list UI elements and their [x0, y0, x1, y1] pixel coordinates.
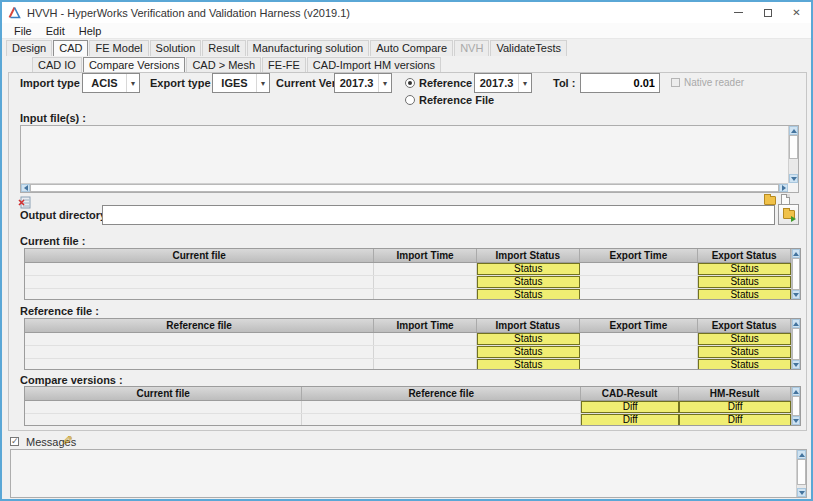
scroll-up-icon	[792, 249, 800, 258]
messages-log[interactable]	[10, 449, 807, 498]
subtab-fe-fe[interactable]: FE-FE	[262, 57, 306, 73]
input-files-hscrollbar[interactable]	[21, 183, 788, 192]
tab-auto-compare[interactable]: Auto Compare	[370, 40, 453, 56]
current-file-table: Current file Import Time Import Status E…	[24, 248, 801, 300]
chevron-down-icon: ▾	[518, 74, 531, 92]
export-status-button[interactable]: Status	[698, 359, 791, 369]
table-header-row: Current file Import Time Import Status E…	[25, 249, 791, 263]
table-row: Diff Diff	[25, 414, 791, 425]
reference-ver-select[interactable]: 2017.3 ▾	[474, 73, 532, 93]
import-status-button[interactable]: Status	[477, 333, 580, 345]
minimize-button[interactable]	[724, 2, 753, 23]
table-row: Status Status	[25, 276, 791, 289]
messages-scrollbar[interactable]	[796, 450, 806, 497]
column-header: HM-Result	[679, 387, 791, 400]
input-files-label: Input file(s) :	[20, 112, 86, 124]
menu-bar: File Edit Help	[2, 23, 811, 39]
column-header: Import Time	[374, 319, 477, 332]
export-status-button[interactable]: Status	[698, 289, 791, 299]
maximize-button[interactable]	[753, 2, 782, 23]
export-status-button[interactable]: Status	[698, 263, 791, 275]
menu-file[interactable]: File	[7, 25, 39, 37]
table-row: Status Status	[25, 346, 791, 359]
reference-ver-radio[interactable]	[405, 78, 415, 88]
reference-file-table: Reference file Import Time Import Status…	[24, 318, 801, 370]
app-logo-icon	[8, 6, 21, 19]
export-type-label: Export type :	[150, 77, 217, 89]
remove-file-button[interactable]	[18, 196, 31, 209]
output-directory-input[interactable]	[102, 205, 775, 225]
cad-result-button[interactable]: Diff	[581, 401, 679, 413]
scroll-down-icon	[797, 488, 806, 497]
import-type-select[interactable]: ACIS ▾	[82, 73, 140, 93]
import-status-button[interactable]: Status	[477, 289, 580, 299]
edit-pencil-icon[interactable]: ✎	[62, 433, 73, 448]
tab-solution[interactable]: Solution	[150, 40, 202, 56]
import-status-button[interactable]: Status	[477, 263, 580, 275]
subtab-cad-io[interactable]: CAD IO	[32, 57, 82, 73]
input-files-list[interactable]	[20, 125, 799, 193]
subtab-cad-import-hm-versions[interactable]: CAD-Import HM versions	[307, 57, 441, 73]
column-header: Export Status	[698, 319, 791, 332]
hm-result-button[interactable]: Diff	[679, 414, 791, 425]
current-ver-select[interactable]: 2017.3 ▾	[334, 73, 392, 93]
cad-result-button[interactable]: Diff	[581, 414, 679, 425]
subtab-cad-mesh[interactable]: CAD > Mesh	[186, 57, 261, 73]
import-status-button[interactable]: Status	[477, 359, 580, 369]
add-folder-button[interactable]	[764, 196, 776, 205]
column-header: Import Status	[477, 319, 580, 332]
column-header: Export Time	[580, 319, 699, 332]
table-row: Diff Diff	[25, 401, 791, 414]
table-scrollbar[interactable]	[791, 319, 800, 369]
browse-output-directory-button[interactable]	[778, 204, 799, 225]
messages-checkbox[interactable]	[10, 437, 19, 446]
tab-fe-model[interactable]: FE Model	[89, 40, 148, 56]
subtab-compare-versions[interactable]: Compare Versions	[83, 57, 186, 73]
tab-manufacturing-solution[interactable]: Manufacturing solution	[247, 40, 370, 56]
table-row: Status Status	[25, 359, 791, 369]
column-header: Current file	[25, 387, 302, 400]
table-row: Status Status	[25, 263, 791, 276]
export-status-button[interactable]: Status	[698, 333, 791, 345]
column-header: Reference file	[25, 319, 374, 332]
reference-file-table-label: Reference file :	[20, 305, 99, 317]
compare-versions-table-label: Compare versions :	[20, 374, 123, 386]
table-scrollbar[interactable]	[791, 249, 800, 299]
app-window: HVVH - HyperWorks Verification and Valid…	[0, 0, 813, 501]
column-header: Current file	[25, 249, 374, 262]
tol-input[interactable]	[580, 73, 660, 93]
native-reader-label: Native reader	[684, 77, 744, 88]
reference-file-radio[interactable]	[405, 95, 415, 105]
menu-help[interactable]: Help	[72, 25, 109, 37]
table-scrollbar[interactable]	[791, 387, 800, 425]
column-header: CAD-Result	[581, 387, 679, 400]
column-header: Reference file	[302, 387, 581, 400]
compare-versions-table: Current file Reference file CAD-Result H…	[24, 386, 801, 426]
export-type-select[interactable]: IGES ▾	[212, 73, 270, 93]
tol-label: Tol :	[553, 77, 575, 89]
scroll-down-icon	[792, 290, 800, 299]
export-status-button[interactable]: Status	[698, 346, 791, 358]
input-files-vscrollbar[interactable]	[788, 126, 798, 183]
primary-tab-bar: Design CAD FE Model Solution Result Manu…	[2, 40, 811, 56]
reference-file-label: Reference File	[419, 94, 494, 106]
tab-validatetests[interactable]: ValidateTests	[490, 40, 567, 56]
close-button[interactable]: ✕	[782, 2, 811, 23]
tab-cad[interactable]: CAD	[53, 40, 88, 56]
tab-result[interactable]: Result	[202, 40, 245, 56]
menu-edit[interactable]: Edit	[39, 25, 72, 37]
import-status-button[interactable]: Status	[477, 276, 580, 288]
tab-nvh: NVH	[454, 40, 489, 56]
import-status-button[interactable]: Status	[477, 346, 580, 358]
scroll-right-icon	[779, 184, 788, 192]
export-status-button[interactable]: Status	[698, 276, 791, 288]
scroll-down-icon	[789, 174, 798, 183]
column-header: Export Status	[698, 249, 791, 262]
hm-result-button[interactable]: Diff	[679, 401, 791, 413]
column-header: Import Status	[477, 249, 580, 262]
column-header: Export Time	[580, 249, 699, 262]
current-ver-label: Current Ver :	[276, 77, 343, 89]
scroll-up-icon	[792, 319, 800, 328]
tab-design[interactable]: Design	[6, 40, 52, 56]
title-bar: HVVH - HyperWorks Verification and Valid…	[2, 2, 811, 23]
